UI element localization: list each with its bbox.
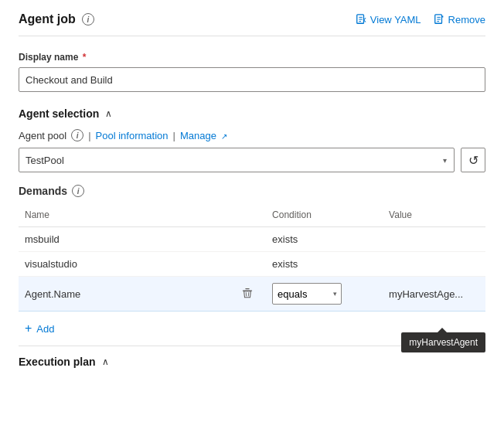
pool-dropdown[interactable]: TestPool Default Hosted <box>19 148 455 172</box>
view-yaml-label: View YAML <box>370 14 421 26</box>
agent-selection-title: Agent selection <box>19 107 99 120</box>
divider-2: | <box>173 130 175 141</box>
demands-title: Demands <box>19 185 67 197</box>
pool-dropdown-wrapper: TestPool Default Hosted ▾ <box>19 148 455 172</box>
execution-plan-title: Execution plan <box>19 356 96 368</box>
page-title: Agent job <box>19 12 76 26</box>
header-actions: View YAML Remove <box>356 14 485 26</box>
display-name-section: Display name * <box>19 52 485 92</box>
pool-refresh-button[interactable]: ↺ <box>461 148 485 172</box>
demand-value-agentname[interactable]: myHarvestAge... <box>383 277 485 312</box>
remove-icon <box>434 14 444 25</box>
col-header-action <box>229 206 266 227</box>
tooltip: myHarvestAgent <box>401 332 485 352</box>
table-row: visualstudio exists <box>19 252 485 277</box>
agent-job-header: Agent job i View YAML <box>19 12 485 36</box>
col-header-name: Name <box>19 206 229 227</box>
add-demand-button[interactable]: + Add <box>19 318 60 339</box>
tooltip-text: myHarvestAgent <box>409 337 478 348</box>
demand-value-visualstudio <box>383 252 485 277</box>
agent-selection-section-header: Agent selection ∧ <box>19 107 485 120</box>
col-header-value: Value <box>383 206 485 227</box>
demand-value-msbuild <box>383 227 485 252</box>
table-row: Agent.Name e <box>19 277 485 312</box>
agent-pool-info-icon[interactable]: i <box>71 129 83 141</box>
refresh-icon: ↺ <box>468 153 478 168</box>
external-link-icon: ↗ <box>221 132 227 141</box>
demand-delete-cell <box>229 277 266 312</box>
trash-icon <box>242 288 253 298</box>
yaml-icon <box>356 14 366 25</box>
pool-dropdown-row: TestPool Default Hosted ▾ ↺ <box>19 148 485 172</box>
display-name-input[interactable] <box>19 67 485 92</box>
demand-delete-button[interactable] <box>239 286 256 302</box>
required-indicator: * <box>80 52 86 63</box>
demand-name-visualstudio: visualstudio <box>19 252 229 277</box>
demand-condition-agentname: equals exists not exists ▾ <box>266 277 383 312</box>
agent-pool-label: Agent pool <box>19 130 66 141</box>
table-row: msbuild exists <box>19 227 485 252</box>
view-yaml-link[interactable]: View YAML <box>356 14 421 26</box>
header-info-icon[interactable]: i <box>82 13 94 26</box>
remove-link[interactable]: Remove <box>434 14 485 26</box>
header-left: Agent job i <box>19 12 94 26</box>
demands-header: Demands i <box>19 185 485 197</box>
execution-plan-chevron-icon[interactable]: ∧ <box>102 356 109 367</box>
add-icon: + <box>25 322 32 335</box>
demands-table: Name Condition Value msbuild exists visu… <box>19 206 485 312</box>
divider-1: | <box>88 130 90 141</box>
add-demand-label: Add <box>36 323 54 335</box>
pool-information-link[interactable]: Pool information <box>96 130 169 141</box>
condition-dropdown-wrapper: equals exists not exists ▾ <box>272 283 342 305</box>
manage-link[interactable]: Manage ↗ <box>180 130 227 141</box>
condition-dropdown[interactable]: equals exists not exists <box>272 283 342 305</box>
agent-pool-row: Agent pool i | Pool information | Manage… <box>19 129 485 141</box>
demand-action-visualstudio <box>229 252 266 277</box>
demand-name-agentname: Agent.Name <box>19 277 229 312</box>
agent-selection-chevron-icon[interactable]: ∧ <box>105 108 112 119</box>
display-name-label: Display name * <box>19 52 485 63</box>
remove-label: Remove <box>448 14 485 26</box>
demands-info-icon[interactable]: i <box>72 185 84 197</box>
demand-action-msbuild <box>229 227 266 252</box>
svg-rect-13 <box>245 288 249 288</box>
col-header-condition: Condition <box>266 206 383 227</box>
demand-condition-visualstudio: exists <box>266 252 383 277</box>
demand-condition-msbuild: exists <box>266 227 383 252</box>
demand-name-msbuild: msbuild <box>19 227 229 252</box>
